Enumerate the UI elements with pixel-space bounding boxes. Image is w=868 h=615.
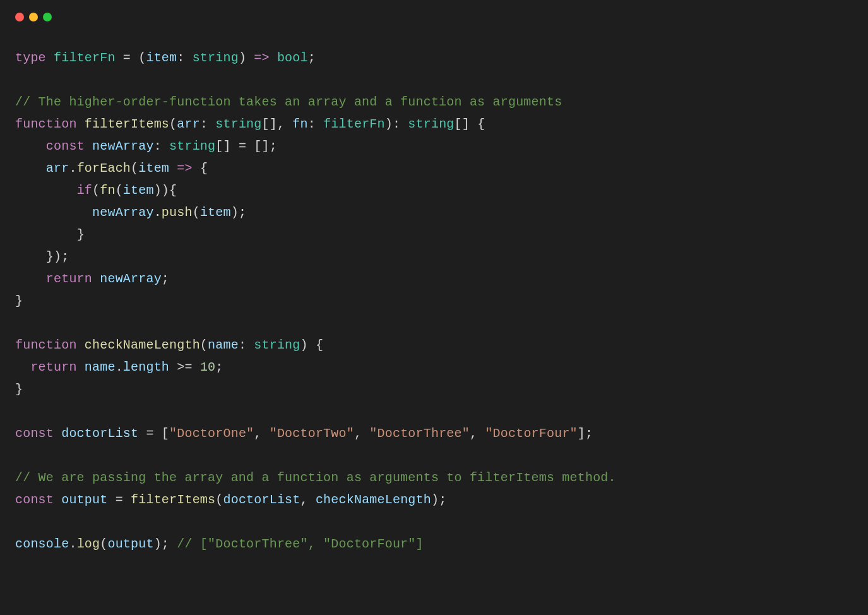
code-line: return newArray; xyxy=(15,272,169,286)
code-line: } xyxy=(15,382,23,397)
fn-checkNameLength: checkNameLength xyxy=(85,338,200,352)
code-line: if(fn(item)){ xyxy=(15,183,177,198)
code-line: function checkNameLength(name: string) { xyxy=(15,338,323,352)
close-icon[interactable] xyxy=(15,13,24,21)
code-line: const doctorList = ["DoctorOne", "Doctor… xyxy=(15,426,593,441)
comment: // ["DoctorThree", "DoctorFour"] xyxy=(177,537,423,551)
code-line: type filterFn = (item: string) => bool; xyxy=(15,51,316,65)
code-line: return name.length >= 10; xyxy=(15,360,223,374)
fn-filterItems: filterItems xyxy=(85,117,169,131)
keyword-type: type xyxy=(15,51,46,65)
code-line: // The higher-order-function takes an ar… xyxy=(15,95,562,109)
type-name: filterFn xyxy=(54,51,116,65)
code-line: } xyxy=(15,294,23,308)
id-output: output xyxy=(61,493,107,507)
code-line: const output = filterItems(doctorList, c… xyxy=(15,493,446,507)
code-line: const newArray: string[] = []; xyxy=(15,139,277,153)
id-doctorList: doctorList xyxy=(61,426,138,441)
comment: // The higher-order-function takes an ar… xyxy=(15,95,562,109)
code-line: function filterItems(arr: string[], fn: … xyxy=(15,117,485,131)
editor-window: type filterFn = (item: string) => bool; … xyxy=(0,0,868,615)
minimize-icon[interactable] xyxy=(29,13,38,21)
code-line: console.log(output); // ["DoctorThree", … xyxy=(15,537,424,551)
zoom-icon[interactable] xyxy=(43,13,52,21)
code-line: arr.forEach(item => { xyxy=(15,161,208,176)
code-block: type filterFn = (item: string) => bool; … xyxy=(15,47,853,555)
window-titlebar xyxy=(15,13,853,21)
param-item: item xyxy=(146,51,177,65)
code-line: } xyxy=(15,227,85,242)
code-line: // We are passing the array and a functi… xyxy=(15,470,616,485)
code-line: }); xyxy=(15,249,69,264)
code-line: newArray.push(item); xyxy=(15,205,246,220)
comment: // We are passing the array and a functi… xyxy=(15,470,616,485)
